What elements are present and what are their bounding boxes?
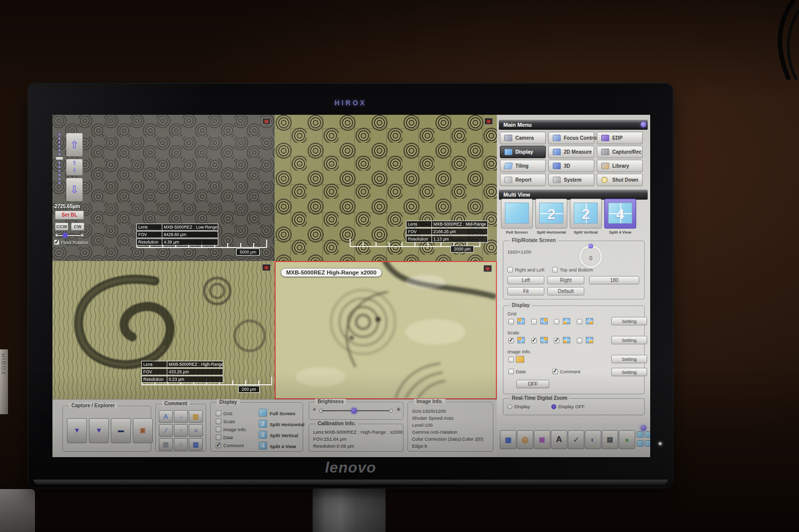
scale-setting-button[interactable]: Setting xyxy=(611,336,647,344)
digital-zoom-display-option[interactable]: Display xyxy=(507,404,530,409)
view-label[interactable]: Split Horizontal xyxy=(270,422,305,427)
scale-checkbox-2[interactable] xyxy=(531,338,537,343)
capture-save-button[interactable]: ▼ xyxy=(89,418,109,443)
fixed-rotation-option[interactable]: Fixed Rotation xyxy=(54,240,99,245)
grid-checkbox-1[interactable] xyxy=(508,319,514,324)
scale-option[interactable]: Scale xyxy=(216,419,235,424)
capture-hand-button[interactable]: ✓ xyxy=(568,430,584,449)
date-checkbox[interactable] xyxy=(508,369,514,374)
step-up-down-button[interactable]: ⇧⇩ xyxy=(66,159,83,176)
menu-camera-button[interactable]: Camera xyxy=(500,132,546,144)
mini-view-icon[interactable] xyxy=(637,431,644,438)
date-option[interactable]: Date xyxy=(508,369,526,374)
comment-setting-button[interactable]: Setting xyxy=(611,368,647,376)
media-palette-button[interactable]: ▣ xyxy=(534,430,550,449)
comment-scribble-button[interactable]: ≈ xyxy=(189,424,203,437)
comment-freehand-button[interactable]: ~ xyxy=(174,424,188,437)
default-button[interactable]: Default xyxy=(547,287,584,295)
menu-shutdown-button[interactable]: Shut Down xyxy=(597,174,643,186)
capture-chip-icon[interactable] xyxy=(262,264,271,271)
image-info-setting-button[interactable]: Setting xyxy=(611,355,647,363)
comment-circle-button[interactable]: ○ xyxy=(174,438,188,451)
brightness-knob[interactable] xyxy=(351,408,357,414)
split-horizontal-icon[interactable]: 2 xyxy=(259,420,267,428)
display-off-radio[interactable] xyxy=(551,404,556,409)
capture-photo-button[interactable]: ▼ xyxy=(67,418,87,443)
menu-capture-rec-button[interactable]: Capture/Rec xyxy=(597,146,643,158)
tri-down-arrows[interactable]: ▼ ▼ ▼ ▼ ▼ ▼ xyxy=(55,161,64,185)
flip-right-left-option[interactable]: Right and Left xyxy=(507,267,544,272)
slider-knob[interactable] xyxy=(55,157,63,160)
rotation-dial[interactable]: 0 xyxy=(579,245,602,268)
comment-line-button[interactable]: ∕ xyxy=(159,424,173,437)
mini-view-icon[interactable] xyxy=(645,431,650,438)
image-info-checkbox[interactable] xyxy=(216,427,221,432)
split-4-view-icon[interactable]: 4 xyxy=(259,442,267,450)
comment-checkbox[interactable] xyxy=(552,369,558,374)
rotate-180-button[interactable]: 180 xyxy=(589,276,639,284)
multiview-split-4-view[interactable]: 4 xyxy=(604,199,636,229)
comment-arrow-button[interactable]: → xyxy=(174,410,188,423)
display-radio[interactable] xyxy=(507,404,512,409)
menu-focus-control-button[interactable]: Focus Control xyxy=(548,132,594,144)
capture-chip-icon[interactable] xyxy=(484,118,493,125)
menu-3d-button[interactable]: 3D xyxy=(548,160,594,172)
scale-toggle-row[interactable] xyxy=(508,337,593,343)
multiview-split-vertical[interactable]: 2 xyxy=(570,199,602,229)
grid-checkbox-3[interactable] xyxy=(554,319,559,324)
image-info-toggle[interactable] xyxy=(508,356,524,363)
fixed-rotation-checkbox[interactable] xyxy=(54,240,59,245)
comment-note-button[interactable]: ▨ xyxy=(189,410,203,423)
move-down-button[interactable]: ⇩ xyxy=(66,178,83,202)
micro-view-mid-range[interactable]: LensMXB-5000REZ : Mid-Range : x140 FOV21… xyxy=(275,115,497,261)
cw-button[interactable]: CW xyxy=(71,223,84,231)
comment-stamp-button[interactable]: ▧ xyxy=(189,438,203,451)
rotate-right-button[interactable]: Right xyxy=(547,276,584,284)
scale-checkbox-3[interactable] xyxy=(554,338,559,343)
rotate-left-button[interactable]: Left xyxy=(507,276,544,284)
micro-view-x2000-selected[interactable]: MXB-5000REZ High-Range x2000 xyxy=(275,261,497,399)
tri-up-arrows[interactable]: ▲ ▲ ▲ ▲ ▲ ▲ xyxy=(55,132,64,156)
multiview-full-screen[interactable] xyxy=(501,199,533,229)
menu-system-button[interactable]: System xyxy=(548,174,594,186)
comment-option[interactable]: Comment xyxy=(552,369,580,374)
date-checkbox[interactable] xyxy=(216,435,221,440)
image-info-option[interactable]: Image Info. xyxy=(216,427,247,432)
grid-checkbox-4[interactable] xyxy=(577,319,582,324)
view-label[interactable]: Split Vertical xyxy=(270,433,298,438)
grid-checkbox[interactable] xyxy=(216,411,221,416)
mini-view-icon[interactable] xyxy=(637,440,644,447)
digital-zoom-off-option[interactable]: Display OFF xyxy=(551,404,585,409)
off-button[interactable]: OFF xyxy=(516,380,549,388)
image-info-checkbox[interactable] xyxy=(508,357,514,362)
comment-text-button[interactable]: A xyxy=(159,410,173,423)
menu-display-button[interactable]: Display xyxy=(500,146,546,158)
multiview-split-horizontal[interactable]: 2 xyxy=(535,199,567,229)
menu-report-button[interactable]: Report xyxy=(500,174,546,186)
grid-toggle-row[interactable] xyxy=(508,318,593,324)
mini-view-icon[interactable] xyxy=(645,440,650,447)
date-option[interactable]: Date xyxy=(216,435,233,440)
flip-tb-checkbox[interactable] xyxy=(552,267,558,272)
split-vertical-icon[interactable]: 2 xyxy=(259,431,267,439)
text-tool-button[interactable]: A xyxy=(551,430,567,449)
comment-pattern-button[interactable]: ▦ xyxy=(159,438,173,451)
slider-knob[interactable] xyxy=(63,233,67,238)
apps-grid-button[interactable]: ▦ xyxy=(500,430,516,449)
slider-max[interactable] xyxy=(389,409,393,413)
flashlight-button[interactable]: ◐ xyxy=(585,430,601,449)
micro-view-high-range[interactable]: LensMXB-5000REZ : High-Range : x700 FOV4… xyxy=(52,261,275,399)
grid-checkbox-2[interactable] xyxy=(531,319,537,324)
ccw-button[interactable]: CCW xyxy=(55,223,68,231)
help-orb-icon[interactable] xyxy=(641,122,646,127)
menu-tiling-button[interactable]: Tiling xyxy=(500,160,546,172)
view-label[interactable]: Split 4 View xyxy=(270,444,296,449)
flip-lr-checkbox[interactable] xyxy=(507,267,513,272)
comment-checkbox[interactable] xyxy=(216,443,221,448)
movie-record-button[interactable]: ▬ xyxy=(111,418,131,443)
fine-step-slider[interactable]: ▲ ▲ ▲ ▲ ▲ ▲ ▼ ▼ ▼ ▼ ▼ ▼ xyxy=(55,132,64,185)
print-button[interactable]: ▤ xyxy=(602,430,618,449)
scale-checkbox-1[interactable] xyxy=(508,338,514,343)
explorer-button[interactable]: ▣ xyxy=(133,418,153,443)
menu-edp-button[interactable]: EDP xyxy=(597,132,643,144)
